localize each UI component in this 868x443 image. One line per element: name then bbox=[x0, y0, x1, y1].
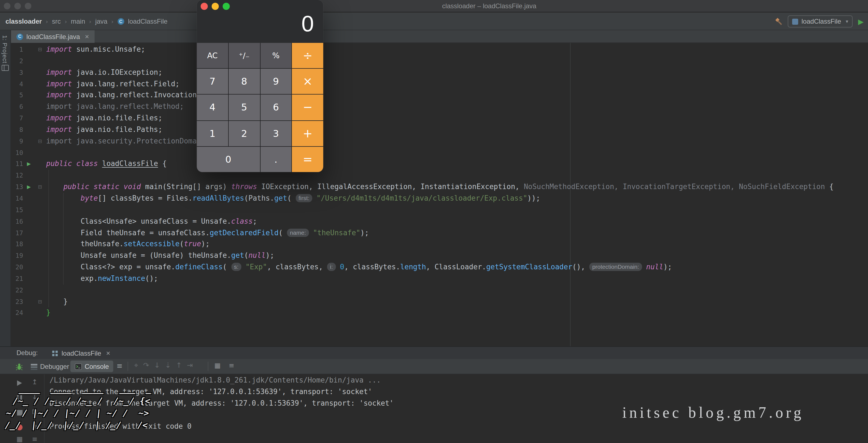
breadcrumb: classloader › src › main › java › C load… bbox=[5, 13, 167, 30]
console-terminal-icon bbox=[75, 363, 82, 370]
calc-key-7[interactable]: 7 bbox=[197, 69, 228, 94]
window-zoom-button[interactable] bbox=[25, 3, 31, 9]
calc-key-5[interactable]: 5 bbox=[229, 95, 260, 120]
tab-debugger[interactable]: Debugger bbox=[26, 360, 73, 372]
breadcrumb-item-file[interactable]: loadClassFile bbox=[128, 18, 167, 25]
editor-tab-bar: C loadClassFile.java × bbox=[11, 30, 868, 43]
debug-toolbar: Debugger Console ≡ ⌖↷↓⇣↑⇥ ▦ ≡ bbox=[0, 359, 868, 374]
code-line: 8import java.nio.file.Paths; bbox=[11, 124, 868, 136]
calc-key-ac[interactable]: AC bbox=[197, 43, 228, 68]
line-number: 13 bbox=[11, 181, 23, 193]
fold-icon[interactable]: ⊟ bbox=[38, 44, 42, 56]
line-number: 24 bbox=[11, 308, 23, 319]
force-step-into-icon[interactable]: ⇣ bbox=[165, 361, 171, 370]
calc-key-3[interactable]: 3 bbox=[260, 121, 291, 146]
line-number: 1 bbox=[11, 44, 23, 56]
run-configuration-select[interactable]: loadClassFile ▾ bbox=[788, 15, 852, 28]
calculator-keypad: AC⁺∕₋%÷789×456−123+0.= bbox=[197, 43, 323, 172]
tab-loadclassfile-java[interactable]: C loadClassFile.java × bbox=[11, 30, 95, 43]
debug-session-tab[interactable]: loadClassFile × bbox=[49, 347, 114, 359]
run-gutter-icon[interactable]: ▶ bbox=[27, 159, 31, 170]
window-minimize-button[interactable] bbox=[14, 3, 21, 9]
line-number: 18 bbox=[11, 239, 23, 250]
code-text: } bbox=[46, 308, 51, 319]
breadcrumb-item-java[interactable]: java bbox=[95, 18, 107, 25]
calc-key-9[interactable]: 9 bbox=[260, 69, 291, 94]
calc-key-8[interactable]: 8 bbox=[229, 69, 260, 94]
calc-key-decimal[interactable]: . bbox=[260, 147, 291, 172]
calc-key-divide[interactable]: ÷ bbox=[292, 43, 323, 68]
show-execution-point-icon[interactable]: ⌖ bbox=[134, 361, 138, 370]
code-line: 18 theUnsafe.setAccessible(true); bbox=[11, 239, 868, 250]
layout-icon[interactable]: ▦ bbox=[214, 362, 221, 369]
code-line: 17 Field theUnsafe = unsafeClass.getDecl… bbox=[11, 227, 868, 239]
run-gutter-icon[interactable]: ▶ bbox=[27, 181, 31, 193]
calc-key-equals[interactable]: = bbox=[292, 147, 323, 172]
calc-key-0[interactable]: 0 bbox=[197, 147, 260, 172]
calc-key-multiply[interactable]: × bbox=[292, 69, 323, 94]
console-line: /Library/Java/JavaVirtualMachines/jdk1.8… bbox=[50, 374, 846, 386]
build-hammer-icon[interactable] bbox=[774, 17, 782, 26]
tab-console[interactable]: Console bbox=[70, 360, 113, 372]
calc-close-button[interactable] bbox=[200, 3, 208, 10]
line-number: 22 bbox=[11, 284, 23, 296]
navigation-bar: classloader › src › main › java › C load… bbox=[0, 13, 868, 30]
calc-key-percent[interactable]: % bbox=[260, 43, 291, 68]
calc-key-6[interactable]: 6 bbox=[260, 95, 291, 120]
calc-key-plus-minus[interactable]: ⁺∕₋ bbox=[229, 43, 260, 68]
code-line: 24} bbox=[11, 308, 868, 319]
calc-zoom-button[interactable] bbox=[223, 3, 230, 10]
calc-key-2[interactable]: 2 bbox=[229, 121, 260, 146]
project-tool-button[interactable]: 1: Project bbox=[2, 35, 8, 63]
code-line: 1⊟import sun.misc.Unsafe; bbox=[11, 44, 868, 56]
settings-icon[interactable]: ≡ bbox=[229, 362, 234, 369]
code-text: import sun.misc.Unsafe; bbox=[46, 44, 145, 56]
window-close-button[interactable] bbox=[4, 3, 10, 9]
fold-icon[interactable]: ⊟ bbox=[38, 181, 42, 193]
line-number: 7 bbox=[11, 113, 23, 124]
line-number: 19 bbox=[11, 250, 23, 262]
line-number: 10 bbox=[11, 147, 23, 159]
line-number: 11 bbox=[11, 159, 23, 170]
left-tool-strip: 1: Project bbox=[0, 30, 11, 346]
calc-key-1[interactable]: 1 bbox=[197, 121, 228, 146]
code-line: 23⊟ } bbox=[11, 296, 868, 308]
calc-minimize-button[interactable] bbox=[212, 3, 219, 10]
code-line: 16 Class<Unsafe> unsafeClass = Unsafe.cl… bbox=[11, 216, 868, 227]
breadcrumb-item-src[interactable]: src bbox=[52, 18, 61, 25]
code-line: 14 byte[] classBytes = Files.readAllByte… bbox=[11, 193, 868, 204]
tab-console-label: Console bbox=[85, 362, 109, 370]
more-options-icon[interactable]: ≡ bbox=[117, 362, 123, 370]
calc-key-minus[interactable]: − bbox=[292, 95, 323, 120]
run-to-cursor-icon[interactable]: ⇥ bbox=[187, 361, 193, 370]
hidden-toolbar-icon[interactable]: ≡ bbox=[32, 436, 37, 442]
breadcrumb-item-project[interactable]: classloader bbox=[5, 18, 42, 25]
run-configuration-icon bbox=[792, 19, 798, 25]
line-number: 4 bbox=[11, 78, 23, 90]
project-window-icon[interactable] bbox=[2, 63, 9, 73]
code-line: 15 bbox=[11, 204, 868, 216]
run-button[interactable]: ▶ bbox=[858, 17, 864, 26]
line-number: 15 bbox=[11, 204, 23, 216]
fold-icon[interactable]: ⊟ bbox=[38, 296, 42, 308]
code-line: 13▶⊟ public static void main(String[] ar… bbox=[11, 181, 868, 193]
code-text: Unsafe unsafe = (Unsafe) theUnsafe.get(n… bbox=[46, 250, 274, 262]
close-icon[interactable]: × bbox=[106, 349, 110, 357]
step-into-icon[interactable]: ↓ bbox=[154, 361, 160, 370]
close-icon[interactable]: × bbox=[85, 32, 89, 41]
toolbar-separator bbox=[127, 362, 128, 371]
breadcrumb-item-main[interactable]: main bbox=[71, 18, 85, 25]
step-over-icon[interactable]: ↷ bbox=[143, 361, 149, 370]
calc-key-plus[interactable]: + bbox=[292, 121, 323, 146]
chevron-right-icon: › bbox=[111, 18, 114, 25]
code-text: } bbox=[46, 296, 68, 308]
line-number: 5 bbox=[11, 90, 23, 101]
calc-key-4[interactable]: 4 bbox=[197, 95, 228, 120]
line-number: 2 bbox=[11, 56, 23, 67]
code-editor[interactable]: 1⊟import sun.misc.Unsafe;23import java.i… bbox=[11, 43, 868, 346]
hidden-toolbar-icon[interactable]: ▦ bbox=[17, 436, 23, 442]
console-output[interactable]: /Library/Java/JavaVirtualMachines/jdk1.8… bbox=[50, 374, 846, 432]
line-number: 8 bbox=[11, 124, 23, 136]
step-out-icon[interactable]: ↑ bbox=[176, 361, 182, 370]
fold-icon[interactable]: ⊟ bbox=[38, 136, 42, 147]
